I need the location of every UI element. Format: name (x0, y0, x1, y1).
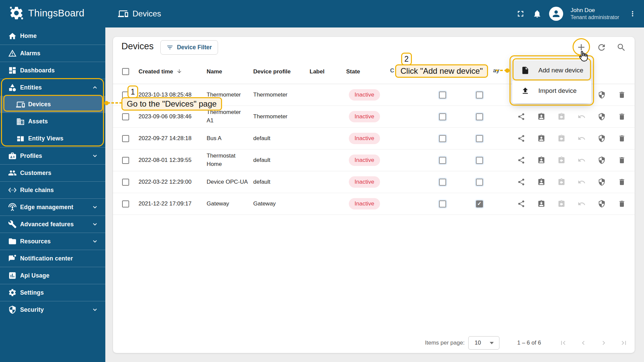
is-gateway-checkbox[interactable] (476, 179, 483, 186)
fullscreen-icon[interactable] (516, 9, 525, 18)
row-checkbox[interactable] (122, 200, 129, 207)
sidebar-item-customers[interactable]: Customers (0, 164, 105, 181)
delete-icon[interactable] (618, 178, 626, 186)
credentials-copy-icon[interactable] (557, 134, 566, 142)
column-created-time[interactable]: Created time (139, 68, 207, 75)
delete-icon[interactable] (618, 156, 626, 164)
security-icon[interactable] (598, 113, 606, 121)
last-page-icon[interactable] (620, 339, 628, 347)
column-label[interactable]: Label (310, 68, 346, 75)
public-checkbox[interactable] (439, 92, 446, 99)
table-row[interactable]: 2022-09-27 14:28:18 Bus A default Inacti… (113, 128, 635, 149)
security-icon[interactable] (598, 156, 606, 164)
delete-icon[interactable] (618, 134, 626, 142)
column-device-profile[interactable]: Device profile (253, 68, 310, 75)
assign-customer-icon[interactable] (537, 134, 545, 142)
step1-callout: Go to the "Devices" page (121, 97, 222, 111)
more-vert-icon[interactable] (629, 10, 637, 18)
delete-icon[interactable] (618, 113, 626, 121)
delete-icon[interactable] (618, 200, 626, 208)
column-customer-partial: C (390, 67, 394, 74)
unassign-icon[interactable] (578, 134, 586, 142)
table-row[interactable]: 2021-12-22 17:09:17 Gateway Gateway Inac… (113, 193, 635, 215)
public-checkbox[interactable] (439, 179, 446, 186)
public-checkbox[interactable] (439, 200, 446, 207)
assign-customer-icon[interactable] (537, 113, 545, 121)
page-size-select[interactable]: 10 (468, 336, 499, 350)
credentials-copy-icon[interactable] (557, 200, 566, 208)
share-icon[interactable] (517, 156, 525, 164)
sidebar-item-edge-management[interactable]: Edge management (0, 198, 105, 216)
column-name[interactable]: Name (207, 68, 253, 75)
chevron-down-icon (91, 306, 99, 313)
badge-icon (8, 152, 17, 160)
sidebar-item-rule-chains[interactable]: Rule chains (0, 181, 105, 198)
ethernet-icon (8, 186, 17, 194)
sidebar-item-home[interactable]: Home (0, 27, 105, 45)
page-title: Devices (121, 41, 154, 52)
unassign-icon[interactable] (578, 156, 586, 164)
user-name: John Doe (571, 7, 619, 14)
step2-callout: Click "Add new device" (395, 64, 488, 78)
row-checkbox[interactable] (122, 135, 129, 142)
delete-icon[interactable] (618, 91, 626, 99)
is-gateway-checkbox[interactable] (476, 92, 483, 99)
user-info[interactable]: John Doe Tenant administrator (571, 7, 619, 20)
sidebar-item-settings[interactable]: Settings (0, 284, 105, 301)
share-icon[interactable] (517, 113, 525, 121)
sidebar-item-security[interactable]: Security (0, 301, 105, 318)
row-checkbox[interactable] (122, 179, 129, 186)
share-icon[interactable] (517, 178, 525, 186)
credentials-copy-icon[interactable] (557, 156, 566, 164)
public-checkbox[interactable] (439, 113, 446, 120)
security-icon[interactable] (598, 200, 606, 208)
status-badge: Inactive (349, 176, 380, 188)
sidebar-item-profiles[interactable]: Profiles (0, 147, 105, 164)
first-page-icon[interactable] (559, 339, 567, 347)
is-gateway-checkbox[interactable] (476, 157, 483, 164)
security-icon[interactable] (598, 178, 606, 186)
sidebar-item-dashboards[interactable]: Dashboards (0, 62, 105, 79)
share-icon[interactable] (517, 200, 525, 208)
is-gateway-checkbox[interactable] (476, 135, 483, 142)
public-checkbox[interactable] (439, 135, 446, 142)
is-gateway-checkbox[interactable] (476, 200, 483, 207)
assign-customer-icon[interactable] (537, 156, 545, 164)
sidebar-item-alarms[interactable]: Alarms (0, 45, 105, 62)
credentials-copy-icon[interactable] (557, 178, 566, 186)
notifications-icon[interactable] (533, 9, 542, 18)
devices-item-highlight (3, 95, 103, 112)
column-state[interactable]: State (346, 68, 390, 75)
avatar-icon[interactable] (549, 7, 563, 21)
is-gateway-checkbox[interactable] (476, 113, 483, 120)
table-row[interactable]: 2022-08-01 12:39:55 Thermostat Home defa… (113, 149, 635, 171)
unassign-icon[interactable] (578, 113, 586, 121)
unassign-icon[interactable] (578, 178, 586, 186)
share-icon[interactable] (517, 134, 525, 142)
security-icon[interactable] (598, 134, 606, 142)
status-badge: Inactive (349, 198, 380, 209)
device-filter-button[interactable]: Device Filter (160, 40, 218, 55)
refresh-icon[interactable] (597, 43, 606, 52)
security-icon[interactable] (598, 91, 606, 99)
people-icon (8, 169, 17, 177)
sidebar-item-resources[interactable]: Resources (0, 233, 105, 250)
search-icon[interactable] (616, 43, 626, 52)
next-page-icon[interactable] (600, 339, 608, 347)
row-checkbox[interactable] (122, 113, 129, 120)
unassign-icon[interactable] (578, 200, 586, 208)
sidebar-item-notification-center[interactable]: Notification center (0, 250, 105, 267)
sidebar-item-api-usage[interactable]: Api Usage (0, 267, 105, 284)
table-row[interactable]: 2022-03-22 12:29:00 Device OPC-UA defaul… (113, 171, 635, 193)
credentials-copy-icon[interactable] (557, 113, 566, 121)
pagination-range: 1 – 6 of 6 (517, 333, 541, 353)
select-all-checkbox[interactable] (122, 68, 129, 75)
sidebar-item-advanced-features[interactable]: Advanced features (0, 216, 105, 233)
public-checkbox[interactable] (439, 157, 446, 164)
row-checkbox[interactable] (122, 157, 129, 164)
chevron-down-icon (91, 203, 99, 211)
assign-customer-icon[interactable] (537, 200, 545, 208)
antenna-icon (8, 203, 17, 212)
prev-page-icon[interactable] (579, 339, 587, 347)
assign-customer-icon[interactable] (537, 178, 545, 186)
